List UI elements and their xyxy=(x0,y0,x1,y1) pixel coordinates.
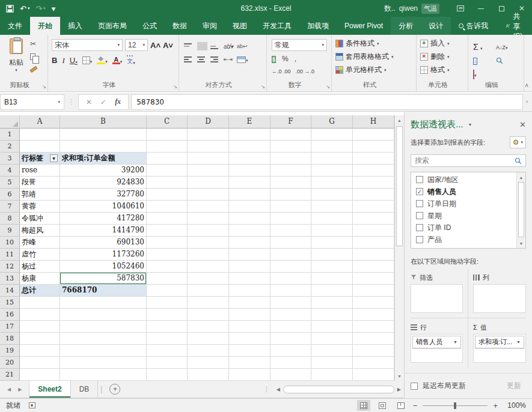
columns-drop-area[interactable] xyxy=(473,284,526,313)
insert-function-button[interactable]: fx xyxy=(115,97,121,106)
checkbox-icon[interactable] xyxy=(416,236,423,243)
cell-D3[interactable] xyxy=(188,153,229,165)
share-button[interactable]: 共享(S) xyxy=(496,17,532,35)
cut-button[interactable]: ✂ xyxy=(30,40,41,48)
cell-B17[interactable] xyxy=(60,321,147,333)
align-bottom-button[interactable] xyxy=(210,43,218,49)
cell-E5[interactable] xyxy=(229,177,271,189)
tab-数据[interactable]: 数据 xyxy=(165,17,195,35)
field-list-scrollbar[interactable]: ▲ ▼ xyxy=(516,172,525,248)
tab-Power Pivot[interactable]: Power Pivot xyxy=(337,17,391,35)
cell-F13[interactable] xyxy=(271,273,311,285)
cell-G8[interactable] xyxy=(311,213,353,225)
cell-E4[interactable] xyxy=(229,165,271,177)
name-box[interactable]: B13 ▾ xyxy=(0,94,64,110)
cell-E16[interactable] xyxy=(229,309,271,321)
cell-C20[interactable] xyxy=(147,357,188,369)
cell-G4[interactable] xyxy=(311,165,353,177)
field-scroll-thumb[interactable] xyxy=(518,182,524,237)
cell-G21[interactable] xyxy=(311,369,353,381)
cell-G19[interactable] xyxy=(311,345,353,357)
cell-C2[interactable] xyxy=(147,141,188,153)
cell-F5[interactable] xyxy=(271,177,311,189)
cell-H18[interactable] xyxy=(353,333,394,345)
field-scroll-up-icon[interactable]: ▲ xyxy=(517,172,525,182)
undo-icon[interactable]: ↶▾ xyxy=(20,4,29,13)
cell-E19[interactable] xyxy=(229,345,271,357)
cell-D7[interactable] xyxy=(188,201,229,213)
row-header-20[interactable]: 20 xyxy=(0,357,20,369)
restore-button[interactable] xyxy=(491,0,512,17)
new-sheet-button[interactable]: + xyxy=(109,384,120,395)
merge-center-button[interactable]: ▾ xyxy=(237,56,250,63)
cell-G5[interactable] xyxy=(311,177,353,189)
align-center-button[interactable] xyxy=(197,56,205,62)
cell-A16[interactable] xyxy=(20,309,60,321)
cell-B10[interactable]: 690130 xyxy=(60,237,147,249)
page-layout-view-button[interactable] xyxy=(376,400,389,411)
row-header-1[interactable]: 1 xyxy=(0,129,20,141)
cell-D21[interactable] xyxy=(188,369,229,381)
column-header-C[interactable]: C xyxy=(147,115,188,129)
cell-H21[interactable] xyxy=(353,369,394,381)
row-header-10[interactable]: 10 xyxy=(0,237,20,249)
tab-tell-me[interactable]: 告诉我 xyxy=(451,17,496,35)
cell-A3[interactable]: 行标签▼ xyxy=(20,153,60,165)
cell-D6[interactable] xyxy=(188,189,229,201)
accounting-format-button[interactable]: $ xyxy=(272,55,276,63)
values-drop-area[interactable]: 求和项:订...▼ xyxy=(473,334,526,363)
customize-qat-icon[interactable]: ▾ xyxy=(52,4,56,13)
cell-F11[interactable] xyxy=(271,249,311,261)
cell-E13[interactable] xyxy=(229,273,271,285)
zoom-level[interactable]: 100% xyxy=(503,401,526,410)
cell-H19[interactable] xyxy=(353,345,394,357)
cell-D13[interactable] xyxy=(188,273,229,285)
cell-E20[interactable] xyxy=(229,357,271,369)
next-sheet-icon[interactable]: ▶ xyxy=(18,387,22,392)
row-header-13[interactable]: 13 xyxy=(0,273,20,285)
row-header-8[interactable]: 8 xyxy=(0,213,20,225)
cell-C6[interactable] xyxy=(147,189,188,201)
filters-drop-area[interactable] xyxy=(411,284,463,313)
cell-F17[interactable] xyxy=(271,321,311,333)
cell-A2[interactable] xyxy=(20,141,60,153)
sort-filter-button[interactable]: A↓Z▾ xyxy=(496,43,519,51)
cell-F8[interactable] xyxy=(271,213,311,225)
decrease-decimal-button[interactable]: .00 →.0 xyxy=(296,68,315,74)
autosum-button[interactable]: Σ ▾ xyxy=(473,42,496,52)
scrollbar-splitter[interactable]: ⋮ xyxy=(260,381,274,398)
clear-button[interactable]: ▾ xyxy=(473,70,496,79)
panel-options-icon[interactable]: ▼ xyxy=(468,123,472,127)
cell-C4[interactable] xyxy=(147,165,188,177)
tab-视图[interactable]: 视图 xyxy=(225,17,255,35)
cancel-entry-button[interactable]: ✕ xyxy=(86,98,92,106)
cell-F21[interactable] xyxy=(271,369,311,381)
column-header-D[interactable]: D xyxy=(188,115,229,129)
select-all-corner[interactable] xyxy=(0,115,20,129)
cell-A8[interactable]: 令狐冲 xyxy=(20,213,60,225)
cell-F7[interactable] xyxy=(271,201,311,213)
cell-F4[interactable] xyxy=(271,165,311,177)
defer-layout-checkbox[interactable] xyxy=(411,383,418,390)
font-name-combo[interactable]: 宋体▾ xyxy=(52,39,123,51)
cell-A7[interactable]: 黄蓉 xyxy=(20,201,60,213)
row-header-7[interactable]: 7 xyxy=(0,201,20,213)
value-field-pill[interactable]: 求和项:订...▼ xyxy=(475,336,524,348)
cell-C17[interactable] xyxy=(147,321,188,333)
cell-B13[interactable]: 587830 xyxy=(60,273,147,285)
field-item-星期[interactable]: 星期 xyxy=(411,210,516,222)
align-top-button[interactable] xyxy=(184,43,192,49)
cell-D5[interactable] xyxy=(188,177,229,189)
cell-G10[interactable] xyxy=(311,237,353,249)
column-header-B[interactable]: B xyxy=(60,115,147,129)
cell-D17[interactable] xyxy=(188,321,229,333)
cell-E21[interactable] xyxy=(229,369,271,381)
cell-B15[interactable] xyxy=(60,297,147,309)
cell-C13[interactable] xyxy=(147,273,188,285)
cell-D20[interactable] xyxy=(188,357,229,369)
field-item-销售人员[interactable]: ✓销售人员 xyxy=(411,186,516,198)
cell-G3[interactable] xyxy=(311,153,353,165)
vertical-scroll-thumb[interactable] xyxy=(396,126,403,246)
field-scroll-down-icon[interactable]: ▼ xyxy=(517,238,525,248)
tab-文件[interactable]: 文件 xyxy=(0,17,30,35)
